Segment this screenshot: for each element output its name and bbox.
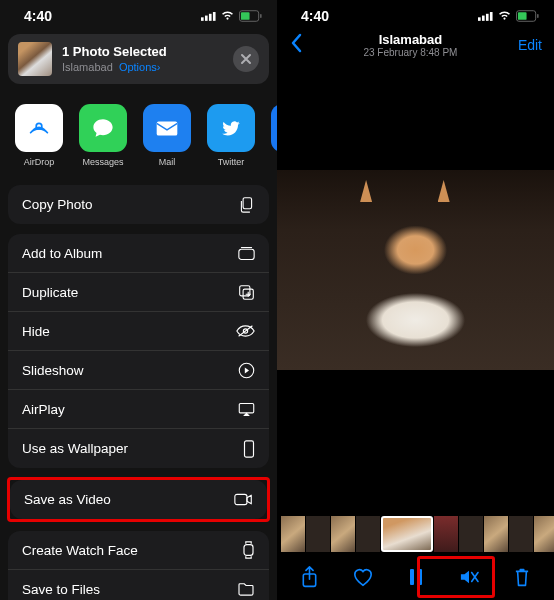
share-subtitle[interactable]: Islamabad Options› <box>62 61 167 73</box>
twitter-icon <box>207 104 255 152</box>
thumbnail-strip[interactable] <box>277 516 554 552</box>
svg-rect-18 <box>244 545 253 556</box>
share-sheet-screen: 4:40 1 Photo Selected Islamabad Options›… <box>0 0 277 600</box>
play-circle-icon <box>238 362 255 379</box>
share-title: 1 Photo Selected <box>62 45 167 59</box>
svg-rect-1 <box>205 15 208 20</box>
signal-icon <box>478 11 493 21</box>
battery-icon <box>239 10 263 22</box>
svg-rect-6 <box>260 14 261 18</box>
airplay-icon <box>238 402 255 417</box>
battery-icon <box>516 10 540 22</box>
nav-title: Islamabad <box>363 32 457 47</box>
close-button[interactable] <box>233 46 259 72</box>
svg-rect-5 <box>241 12 250 20</box>
airdrop-tile[interactable]: AirDrop <box>14 104 64 167</box>
thumb-item[interactable] <box>434 516 458 552</box>
svg-rect-27 <box>518 12 527 20</box>
thumb-item[interactable] <box>534 516 554 552</box>
duplicate-row[interactable]: Duplicate <box>8 273 269 312</box>
svg-rect-30 <box>410 569 414 585</box>
video-icon <box>234 493 253 506</box>
highlight-annotation <box>417 556 495 598</box>
thumb-item[interactable] <box>306 516 330 552</box>
bottom-toolbar <box>277 554 554 600</box>
watch-face-row[interactable]: Create Watch Face <box>8 531 269 570</box>
nav-bar: Islamabad 23 February 8:48 PM Edit <box>277 28 554 62</box>
wifi-icon <box>220 10 235 21</box>
thumb-item[interactable] <box>356 516 380 552</box>
edit-button[interactable]: Edit <box>518 37 542 53</box>
svg-rect-25 <box>490 12 493 21</box>
svg-rect-0 <box>201 17 204 21</box>
folder-icon <box>237 582 255 596</box>
svg-rect-16 <box>245 440 254 456</box>
eye-slash-icon <box>236 324 255 338</box>
svg-rect-8 <box>157 121 178 135</box>
close-icon <box>240 53 252 65</box>
options-link[interactable]: Options <box>119 61 157 73</box>
thumb-item[interactable] <box>484 516 508 552</box>
svg-rect-10 <box>239 249 254 259</box>
copy-photo-row[interactable]: Copy Photo <box>8 185 269 224</box>
thumb-item-selected[interactable] <box>381 516 433 552</box>
thumb-item[interactable] <box>509 516 533 552</box>
share-thumbnail <box>18 42 52 76</box>
signal-icon <box>201 11 216 21</box>
messages-tile[interactable]: Messages <box>78 104 128 167</box>
airplay-row[interactable]: AirPlay <box>8 390 269 429</box>
status-bar: 4:40 <box>0 0 277 28</box>
svg-rect-2 <box>209 13 212 20</box>
add-to-album-row[interactable]: Add to Album <box>8 234 269 273</box>
svg-rect-24 <box>486 13 489 20</box>
copy-icon <box>238 196 255 213</box>
thumb-item[interactable] <box>281 516 305 552</box>
status-bar: 4:40 <box>277 0 554 28</box>
twitter-tile[interactable]: Twitter <box>206 104 256 167</box>
status-time: 4:40 <box>301 8 329 24</box>
album-icon <box>238 246 255 261</box>
favorite-button[interactable] <box>349 567 377 587</box>
share-button[interactable] <box>296 566 324 589</box>
svg-rect-9 <box>243 198 252 209</box>
thumb-item[interactable] <box>331 516 355 552</box>
svg-rect-17 <box>235 494 247 504</box>
photo-viewer-screen: 4:40 Islamabad 23 February 8:48 PM Edit <box>277 0 554 600</box>
back-button[interactable] <box>289 33 303 57</box>
nav-subtitle: 23 February 8:48 PM <box>363 47 457 58</box>
messages-icon <box>79 104 127 152</box>
mail-tile[interactable]: Mail <box>142 104 192 167</box>
svg-rect-28 <box>537 14 538 18</box>
wifi-icon <box>497 10 512 21</box>
mail-icon <box>143 104 191 152</box>
slideshow-row[interactable]: Slideshow <box>8 351 269 390</box>
thumb-item[interactable] <box>459 516 483 552</box>
share-apps-row: AirDrop Messages Mail Twitter Fa <box>0 84 277 175</box>
watch-icon <box>242 541 255 559</box>
svg-rect-15 <box>239 403 253 412</box>
share-header: 1 Photo Selected Islamabad Options› <box>8 34 269 84</box>
svg-rect-22 <box>478 17 481 21</box>
svg-rect-3 <box>213 12 216 21</box>
trash-button[interactable] <box>508 567 536 588</box>
actions-list: Copy Photo Add to Album Duplicate Hide S… <box>8 185 269 600</box>
svg-rect-23 <box>482 15 485 20</box>
photo-viewport[interactable] <box>277 170 554 370</box>
facebook-tile[interactable]: Fa <box>270 104 277 167</box>
phone-icon <box>243 440 255 458</box>
hide-row[interactable]: Hide <box>8 312 269 351</box>
save-to-files-row[interactable]: Save to Files <box>8 570 269 600</box>
airdrop-icon <box>15 104 63 152</box>
main-photo <box>277 170 554 370</box>
status-time: 4:40 <box>24 8 52 24</box>
wallpaper-row[interactable]: Use as Wallpaper <box>8 429 269 468</box>
duplicate-icon <box>238 284 255 301</box>
save-as-video-row[interactable]: Save as Video <box>10 480 267 519</box>
